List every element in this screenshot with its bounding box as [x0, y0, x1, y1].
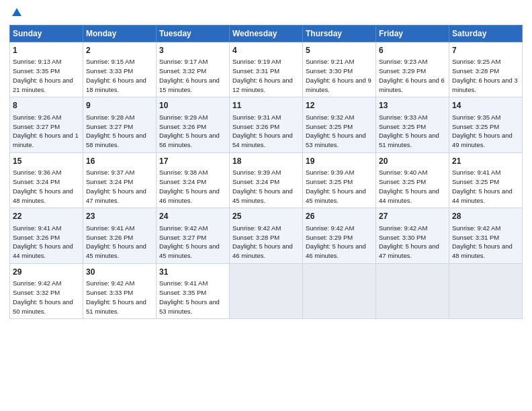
sunrise-line: Sunrise: 9:42 AM [13, 279, 80, 288]
main-container: SundayMondayTuesdayWednesdayThursdayFrid… [0, 0, 532, 324]
calendar-cell: 12Sunrise: 9:32 AMSunset: 3:25 PMDayligh… [303, 97, 376, 152]
calendar-cell: 20Sunrise: 9:40 AMSunset: 3:25 PMDayligh… [376, 152, 449, 208]
sunrise-line: Sunrise: 9:38 AM [159, 168, 226, 177]
day-number: 12 [306, 100, 373, 111]
sunset-line: Sunset: 3:32 PM [13, 288, 80, 298]
sunrise-line: Sunrise: 9:41 AM [86, 224, 153, 233]
sunset-line: Sunset: 3:24 PM [232, 177, 300, 187]
calendar-cell: 30Sunrise: 9:42 AMSunset: 3:33 PMDayligh… [83, 263, 157, 318]
sunset-line: Sunset: 3:25 PM [452, 177, 519, 187]
sunset-line: Sunset: 3:26 PM [13, 233, 80, 242]
sunset-line: Sunset: 3:27 PM [86, 122, 153, 132]
daylight-line: Daylight: 5 hours and 56 minutes. [159, 131, 226, 150]
calendar-table: SundayMondayTuesdayWednesdayThursdayFrid… [9, 25, 523, 319]
col-header-wednesday: Wednesday [230, 26, 303, 42]
daylight-line: Daylight: 6 hours and 9 minutes. [306, 76, 373, 95]
sunset-line: Sunset: 3:25 PM [379, 177, 446, 187]
sunrise-line: Sunrise: 9:33 AM [379, 113, 446, 122]
sunset-line: Sunset: 3:24 PM [86, 177, 153, 187]
calendar-cell: 15Sunrise: 9:36 AMSunset: 3:24 PMDayligh… [10, 152, 83, 208]
sunset-line: Sunset: 3:25 PM [306, 177, 373, 187]
day-number: 10 [159, 100, 226, 111]
day-number: 6 [379, 45, 446, 56]
sunrise-line: Sunrise: 9:36 AM [13, 168, 80, 177]
week-row-3: 15Sunrise: 9:36 AMSunset: 3:24 PMDayligh… [10, 152, 523, 208]
day-number: 1 [13, 45, 80, 56]
header [9, 7, 523, 21]
calendar-cell: 8Sunrise: 9:26 AMSunset: 3:27 PMDaylight… [10, 97, 83, 152]
week-row-1: 1Sunrise: 9:13 AMSunset: 3:35 PMDaylight… [10, 42, 523, 97]
daylight-line: Daylight: 5 hours and 51 minutes. [379, 131, 446, 150]
sunset-line: Sunset: 3:25 PM [306, 122, 373, 132]
daylight-line: Daylight: 5 hours and 45 minutes. [232, 187, 300, 205]
sunset-line: Sunset: 3:33 PM [86, 288, 153, 298]
day-number: 4 [232, 45, 300, 56]
sunrise-line: Sunrise: 9:39 AM [306, 168, 373, 177]
week-row-4: 22Sunrise: 9:41 AMSunset: 3:26 PMDayligh… [10, 208, 523, 263]
calendar-cell: 10Sunrise: 9:29 AMSunset: 3:26 PMDayligh… [157, 97, 230, 152]
daylight-line: Daylight: 5 hours and 45 minutes. [159, 242, 226, 261]
calendar-cell [230, 263, 303, 318]
calendar-cell: 1Sunrise: 9:13 AMSunset: 3:35 PMDaylight… [10, 42, 83, 97]
sunrise-line: Sunrise: 9:41 AM [13, 224, 80, 233]
calendar-cell [449, 263, 523, 318]
col-header-tuesday: Tuesday [157, 26, 230, 42]
day-number: 7 [452, 45, 519, 56]
sunrise-line: Sunrise: 9:42 AM [86, 279, 153, 288]
daylight-line: Daylight: 5 hours and 49 minutes. [452, 131, 519, 150]
sunrise-line: Sunrise: 9:41 AM [452, 168, 519, 177]
daylight-line: Daylight: 5 hours and 47 minutes. [379, 242, 446, 261]
sunrise-line: Sunrise: 9:21 AM [306, 57, 373, 66]
day-number: 5 [306, 45, 373, 56]
calendar-cell: 31Sunrise: 9:41 AMSunset: 3:35 PMDayligh… [157, 263, 230, 318]
daylight-line: Daylight: 6 hours and 6 minutes. [379, 76, 446, 95]
calendar-cell: 23Sunrise: 9:41 AMSunset: 3:26 PMDayligh… [83, 208, 157, 263]
sunset-line: Sunset: 3:31 PM [452, 233, 519, 242]
daylight-line: Daylight: 6 hours and 18 minutes. [86, 76, 153, 95]
sunrise-line: Sunrise: 9:42 AM [379, 224, 446, 233]
sunrise-line: Sunrise: 9:28 AM [86, 113, 153, 122]
day-number: 14 [452, 100, 519, 111]
daylight-line: Daylight: 5 hours and 46 minutes. [159, 187, 226, 205]
day-number: 23 [86, 211, 153, 222]
calendar-cell: 27Sunrise: 9:42 AMSunset: 3:30 PMDayligh… [376, 208, 449, 263]
sunrise-line: Sunrise: 9:42 AM [159, 224, 226, 233]
day-number: 21 [452, 156, 519, 167]
sunset-line: Sunset: 3:28 PM [232, 233, 300, 242]
week-row-2: 8Sunrise: 9:26 AMSunset: 3:27 PMDaylight… [10, 97, 523, 152]
sunset-line: Sunset: 3:29 PM [379, 66, 446, 76]
daylight-line: Daylight: 5 hours and 48 minutes. [13, 187, 80, 205]
day-number: 28 [452, 211, 519, 222]
calendar-cell: 3Sunrise: 9:17 AMSunset: 3:32 PMDaylight… [157, 42, 230, 97]
col-header-friday: Friday [376, 26, 449, 42]
sunset-line: Sunset: 3:28 PM [452, 66, 519, 76]
daylight-line: Daylight: 5 hours and 58 minutes. [86, 131, 153, 150]
daylight-line: Daylight: 5 hours and 44 minutes. [452, 187, 519, 205]
calendar-cell: 7Sunrise: 9:25 AMSunset: 3:28 PMDaylight… [449, 42, 523, 97]
day-number: 22 [13, 211, 80, 222]
daylight-line: Daylight: 6 hours and 3 minutes. [452, 76, 519, 95]
daylight-line: Daylight: 5 hours and 44 minutes. [13, 242, 80, 261]
calendar-cell: 16Sunrise: 9:37 AMSunset: 3:24 PMDayligh… [83, 152, 157, 208]
daylight-line: Daylight: 6 hours and 1 minute. [13, 131, 80, 150]
logo [9, 7, 23, 21]
col-header-thursday: Thursday [303, 26, 376, 42]
sunrise-line: Sunrise: 9:31 AM [232, 113, 300, 122]
day-number: 15 [13, 156, 80, 167]
sunrise-line: Sunrise: 9:19 AM [232, 57, 300, 66]
col-header-sunday: Sunday [10, 26, 83, 42]
daylight-line: Daylight: 5 hours and 47 minutes. [86, 187, 153, 205]
sunset-line: Sunset: 3:33 PM [86, 66, 153, 76]
calendar-cell: 26Sunrise: 9:42 AMSunset: 3:29 PMDayligh… [303, 208, 376, 263]
sunrise-line: Sunrise: 9:35 AM [452, 113, 519, 122]
daylight-line: Daylight: 6 hours and 21 minutes. [13, 76, 80, 95]
sunrise-line: Sunrise: 9:13 AM [13, 57, 80, 66]
daylight-line: Daylight: 5 hours and 53 minutes. [306, 131, 373, 150]
sunrise-line: Sunrise: 9:39 AM [232, 168, 300, 177]
sunset-line: Sunset: 3:32 PM [159, 66, 226, 76]
daylight-line: Daylight: 5 hours and 44 minutes. [379, 187, 446, 205]
sunset-line: Sunset: 3:26 PM [86, 233, 153, 242]
sunrise-line: Sunrise: 9:26 AM [13, 113, 80, 122]
sunset-line: Sunset: 3:27 PM [159, 233, 226, 242]
sunrise-line: Sunrise: 9:41 AM [159, 279, 226, 288]
